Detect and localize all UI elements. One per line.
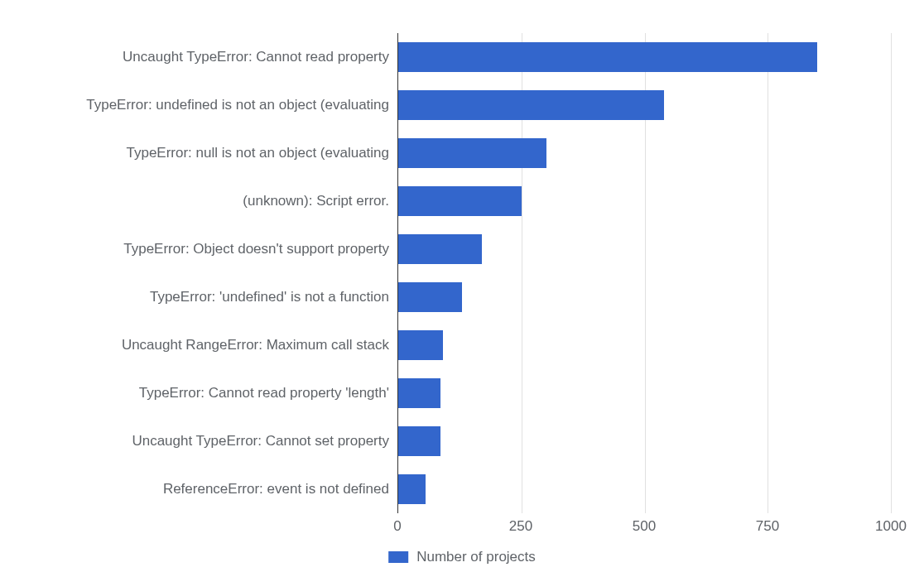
bar (398, 138, 546, 168)
x-axis-tick-label: 500 (633, 518, 656, 535)
bar (398, 426, 440, 456)
bar (398, 282, 462, 312)
bar-slot (398, 234, 891, 264)
bar-slot (398, 186, 891, 216)
y-axis-label: ReferenceError: event is not defined (163, 481, 389, 497)
bar-slot (398, 282, 891, 312)
bar (398, 186, 522, 216)
y-axis-label: TypeError: Object doesn't support proper… (123, 241, 389, 257)
bar-slot (398, 378, 891, 408)
bar-slot (398, 42, 891, 72)
bar (398, 378, 440, 408)
y-axis-label: TypeError: null is not an object (evalua… (126, 145, 389, 161)
bar-slot (398, 138, 891, 168)
x-axis-tick-label: 250 (509, 518, 532, 535)
bar-slot (398, 330, 891, 360)
x-axis-ticks: 02505007501000 (397, 518, 891, 540)
y-axis-labels: Uncaught TypeError: Cannot read property… (17, 33, 397, 513)
y-axis-label: Uncaught RangeError: Maximum call stack (122, 337, 389, 353)
chart-container: Uncaught TypeError: Cannot read property… (0, 0, 924, 572)
bar-slot (398, 426, 891, 456)
plot-area (397, 33, 891, 513)
legend-label: Number of projects (416, 549, 536, 565)
bar (398, 330, 443, 360)
x-axis-spacer (17, 518, 397, 540)
gridline (891, 33, 892, 513)
y-axis-label: Uncaught TypeError: Cannot set property (132, 433, 389, 449)
y-axis-label: TypeError: Cannot read property 'length' (139, 385, 389, 401)
plot-row: Uncaught TypeError: Cannot read property… (17, 33, 891, 513)
y-axis-label: (unknown): Script error. (243, 193, 389, 209)
x-axis-tick-label: 0 (393, 518, 401, 535)
x-axis-row: 02505007501000 (17, 518, 891, 540)
legend: Number of projects (388, 549, 536, 565)
bar (398, 474, 426, 504)
bar (398, 234, 482, 264)
bar (398, 90, 664, 120)
y-axis-label: TypeError: 'undefined' is not a function (150, 289, 389, 305)
y-axis-label: Uncaught TypeError: Cannot read property (123, 49, 389, 65)
bar-slot (398, 474, 891, 504)
y-axis-label: TypeError: undefined is not an object (e… (86, 97, 389, 113)
bars-container (398, 33, 891, 513)
x-axis-tick-label: 750 (756, 518, 779, 535)
x-axis-tick-label: 1000 (875, 518, 907, 535)
bar (398, 42, 817, 72)
legend-swatch-icon (388, 551, 408, 563)
bar-slot (398, 90, 891, 120)
